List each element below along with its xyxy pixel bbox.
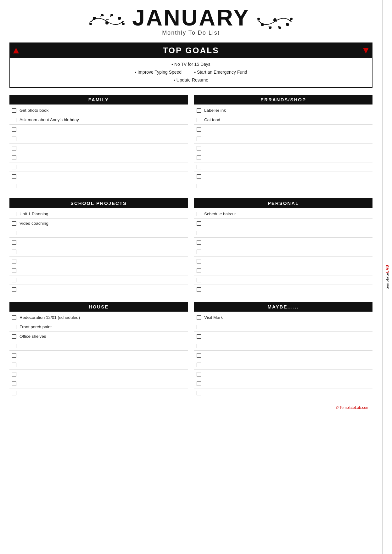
- svg-point-11: [290, 18, 292, 20]
- checkbox[interactable]: [12, 325, 16, 329]
- month-title: JANUARY: [132, 6, 249, 29]
- svg-point-12: [269, 27, 271, 29]
- checkbox[interactable]: [12, 240, 16, 245]
- checkbox[interactable]: [197, 146, 201, 150]
- checkbox[interactable]: [197, 287, 201, 292]
- check-label: Schedule haircut: [204, 212, 236, 216]
- checkbox[interactable]: [197, 382, 201, 386]
- checkbox[interactable]: [197, 334, 201, 339]
- list-item: Cat food: [194, 115, 372, 125]
- checkbox[interactable]: [197, 221, 201, 226]
- checkbox[interactable]: [197, 353, 201, 358]
- checkbox[interactable]: [197, 344, 201, 348]
- checkbox[interactable]: [197, 269, 201, 273]
- goal-3: Start an Emergency Fund: [194, 70, 247, 75]
- checkbox[interactable]: [12, 174, 16, 179]
- checkbox[interactable]: [12, 372, 16, 376]
- checkbox[interactable]: [197, 174, 201, 179]
- checkbox[interactable]: [197, 325, 201, 329]
- checkbox[interactable]: [12, 118, 16, 122]
- check-label: Unit 1 Planning: [20, 212, 48, 216]
- check-label: Redecoration 12/01 (scheduled): [20, 315, 80, 320]
- svg-point-5: [101, 14, 103, 16]
- list-item: [9, 379, 188, 388]
- checkbox[interactable]: [197, 212, 201, 216]
- checkbox[interactable]: [12, 287, 16, 292]
- checkbox[interactable]: [12, 250, 16, 254]
- goals-row-3: Update Resume: [16, 76, 366, 84]
- goal-1: No TV for 15 Days: [171, 62, 210, 67]
- checkbox[interactable]: [12, 344, 16, 348]
- checkbox[interactable]: [12, 259, 16, 263]
- list-item: [194, 360, 372, 370]
- checkbox[interactable]: [12, 382, 16, 386]
- svg-point-13: [279, 27, 281, 29]
- subtitle: Monthly To Do List: [132, 30, 249, 36]
- checkbox[interactable]: [12, 334, 16, 339]
- checkbox[interactable]: [12, 278, 16, 282]
- list-item: [194, 172, 372, 181]
- page-wrapper: templateLAB: [0, 0, 392, 554]
- checkbox[interactable]: [12, 184, 16, 188]
- personal-checklist: Schedule haircut: [194, 208, 372, 296]
- list-item: [9, 172, 188, 181]
- checkbox[interactable]: [197, 118, 201, 122]
- checkbox[interactable]: [12, 353, 16, 358]
- row-school-personal: SCHOOL PROJECTS Unit 1 Planning Video co…: [9, 198, 372, 296]
- list-item: Redecoration 12/01 (scheduled): [9, 313, 188, 322]
- list-item: [9, 257, 188, 266]
- list-item: Labeller ink: [194, 106, 372, 115]
- family-section: FAMILY Get photo book Ask mom about Anny…: [9, 95, 188, 192]
- list-item: [9, 370, 188, 379]
- checkbox[interactable]: [12, 231, 16, 235]
- list-item: [9, 162, 188, 172]
- list-item: [9, 153, 188, 162]
- checkbox[interactable]: [12, 165, 16, 169]
- checkbox[interactable]: [197, 155, 201, 160]
- checkbox[interactable]: [197, 391, 201, 395]
- checkbox[interactable]: [197, 137, 201, 141]
- goal-2: Improve Typing Speed: [135, 70, 182, 75]
- checkbox[interactable]: [12, 315, 16, 320]
- checkbox[interactable]: [12, 127, 16, 132]
- checkbox[interactable]: [197, 250, 201, 254]
- list-item: [9, 275, 188, 285]
- list-item: [9, 134, 188, 144]
- maybe-section: MAYBE...... Visit Mark: [194, 302, 372, 399]
- goals-row-1: No TV for 15 Days: [16, 60, 366, 68]
- checkbox[interactable]: [12, 108, 16, 113]
- checkbox[interactable]: [12, 146, 16, 150]
- checkbox[interactable]: [197, 259, 201, 263]
- checkbox[interactable]: [197, 165, 201, 169]
- checkbox[interactable]: [197, 372, 201, 376]
- list-item: [194, 238, 372, 247]
- checkbox[interactable]: [12, 269, 16, 273]
- school-header: SCHOOL PROJECTS: [9, 198, 188, 208]
- checkbox[interactable]: [12, 137, 16, 141]
- checkbox[interactable]: [12, 221, 16, 226]
- left-decoration-icon: [88, 12, 126, 31]
- list-item: [194, 351, 372, 360]
- checkbox[interactable]: [12, 363, 16, 367]
- goals-row-2: Improve Typing Speed Start an Emergency …: [16, 68, 366, 76]
- list-item: [194, 125, 372, 134]
- list-item: [9, 266, 188, 275]
- errands-checklist: Labeller ink Cat food: [194, 105, 372, 192]
- footer-text: © TemplateLab.com: [336, 405, 369, 410]
- school-checklist: Unit 1 Planning Video coaching: [9, 208, 188, 296]
- checkbox[interactable]: [197, 278, 201, 282]
- checkbox[interactable]: [197, 315, 201, 320]
- checkbox[interactable]: [197, 108, 201, 113]
- side-tab: templateLAB: [382, 0, 392, 554]
- checkbox[interactable]: [12, 155, 16, 160]
- checkbox[interactable]: [12, 391, 16, 395]
- list-item: Schedule haircut: [194, 209, 372, 219]
- side-tab-brand: LAB: [385, 265, 389, 273]
- checkbox[interactable]: [197, 240, 201, 245]
- checkbox[interactable]: [197, 184, 201, 188]
- header-decoration: JANUARY Monthly To Do List: [9, 6, 372, 36]
- checkbox[interactable]: [12, 212, 16, 216]
- checkbox[interactable]: [197, 231, 201, 235]
- checkbox[interactable]: [197, 363, 201, 367]
- checkbox[interactable]: [197, 127, 201, 132]
